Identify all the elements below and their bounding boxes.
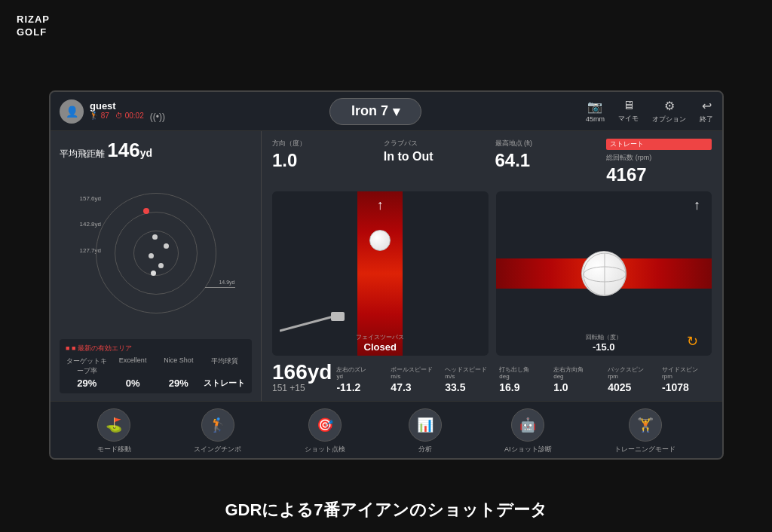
content-area: 平均飛距離 146yd 157.6yd 142.8yd 127.7yd <box>51 131 722 401</box>
ball-lines-svg <box>582 252 627 297</box>
arrow-up-icon: ↑ <box>377 197 384 213</box>
target-area-label: ■ ■ 最新の有効エリア <box>66 344 246 353</box>
avg-distance-label: 平均飛距離 146yd <box>60 139 252 162</box>
main-distance: 166yd 151 +15 <box>272 362 332 393</box>
face-path-value: Closed <box>272 341 489 353</box>
stat-header-0: ターゲットキープ率 <box>66 356 109 376</box>
toolbar-training[interactable]: 🏋 トレーニングモード <box>614 408 676 454</box>
metric-direction: 方向（度） 1.0 <box>272 139 378 171</box>
swing-icon: 🏌 <box>201 408 234 442</box>
club-svg <box>280 304 348 335</box>
stats-values: 29% 0% 29% ストレート <box>66 378 246 389</box>
avatar: 👤 <box>60 99 84 124</box>
toolbar-mode[interactable]: ⛳ モード移動 <box>97 408 131 454</box>
metric-value-spin: 4167 <box>606 164 712 185</box>
stat-val-1: 0% <box>112 378 155 389</box>
main-screen: 👤 guest 🏌 87 ⏱ 00:02 ((•)) Iron 7 ▾ <box>49 90 724 460</box>
club-dropdown-button[interactable]: Iron 7 ▾ <box>329 98 421 125</box>
header-icon-45mm[interactable]: 📷 45mm <box>586 99 605 123</box>
val-sidespin: -1078 <box>662 381 712 393</box>
toolbar-label-ai: AIショット診断 <box>504 445 552 454</box>
dropdown-chevron: ▾ <box>393 103 400 120</box>
metric-value-direction: 1.0 <box>272 150 378 171</box>
club-label: Iron 7 <box>351 103 388 119</box>
training-icon: 🏋 <box>629 408 662 442</box>
toolbar-shot-check[interactable]: 🎯 ショット点検 <box>305 408 345 454</box>
metrics-top: 方向（度） 1.0 クラブパス In to Out 最高地点 (ft) 64.1… <box>272 139 712 185</box>
icon-label-45mm: 45mm <box>586 115 605 123</box>
stats-headers: ターゲットキープ率 Excellent Nice Shot 平均球質 <box>66 356 246 376</box>
username: guest <box>90 100 165 112</box>
analysis-icon: 📊 <box>409 408 442 442</box>
mode-icon: ⛳ <box>97 408 130 442</box>
label-sidespin: サイドスピンrpm <box>662 366 712 381</box>
footer-title: GDRによる7番アイアンのショットデータ <box>0 499 772 521</box>
rotation-axis-label: 回転軸（度） <box>496 333 712 341</box>
rotation-axis-value: -15.0 <box>496 341 712 353</box>
metric-clubpath: クラブパス In to Out <box>384 139 489 164</box>
shot-check-icon: 🎯 <box>308 408 342 442</box>
toolbar-label-training: トレーニングモード <box>614 445 676 454</box>
ai-icon: 🤖 <box>511 408 544 442</box>
metrics-bottom: 166yd 151 +15 左右のズレyd -11.2 ボールスピードm/s 4… <box>272 362 712 393</box>
left-panel: 平均飛距離 146yd 157.6yd 142.8yd 127.7yd <box>51 131 262 401</box>
camera-icon: 📷 <box>587 99 602 114</box>
toolbar-label-mode: モード移動 <box>97 445 131 454</box>
label-ball-speed: ボールスピードm/s <box>391 366 440 381</box>
score-stat: 🏌 87 <box>90 112 109 122</box>
right-panel: 方向（度） 1.0 クラブパス In to Out 最高地点 (ft) 64.1… <box>262 131 722 401</box>
svg-rect-1 <box>331 312 345 321</box>
distance-value: 166yd <box>272 362 332 383</box>
metric-apex: 最高地点 (ft) 64.1 <box>495 139 601 171</box>
metric-launch-angle: 打ち出し角deg 16.9 <box>499 366 549 393</box>
face-path-label: フェイスツーパス <box>272 333 489 341</box>
toolbar-analysis[interactable]: 📊 分析 <box>409 408 442 454</box>
icon-label-exit: 終了 <box>700 115 713 124</box>
toolbar-label-shot-check: ショット点検 <box>305 445 345 454</box>
label-lateral: 左右のズレyd <box>336 366 386 381</box>
arrow-up-right-icon: ↑ <box>694 197 700 213</box>
header-icons: 📷 45mm 🖥 マイモ ⚙ オプション ↩ 終了 <box>586 99 713 124</box>
stat-val-3: ストレート <box>203 378 246 389</box>
toolbar-label-analysis: 分析 <box>418 445 432 454</box>
header-icon-mymo[interactable]: 🖥 マイモ <box>618 99 639 124</box>
club-path-visual: ↑ フェイスツーパス Closed <box>272 191 489 356</box>
toolbar-swing[interactable]: 🏌 スイングチンポ <box>194 408 241 454</box>
face-to-path-area: フェイスツーパス Closed <box>272 333 489 353</box>
user-info: 👤 guest 🏌 87 ⏱ 00:02 ((•)) <box>60 99 165 124</box>
metric-ball-speed: ボールスピードm/s 47.3 <box>391 366 440 393</box>
ball-icon-club <box>369 230 391 251</box>
exit-icon: ↩ <box>702 99 712 113</box>
header-icon-exit[interactable]: ↩ 終了 <box>700 99 713 124</box>
header-icon-options[interactable]: ⚙ オプション <box>652 99 686 124</box>
label-azimuth: 左右方向角deg <box>553 366 603 381</box>
label-launch-angle: 打ち出し角deg <box>499 366 549 381</box>
dist-label-2: 142.8yd <box>80 219 101 231</box>
metric-backspin: バックスピンrpm 4025 <box>608 366 657 393</box>
stat-header-3: 平均球質 <box>203 356 246 376</box>
bottom-toolbar: ⛳ モード移動 🏌 スイングチンポ 🎯 ショット点検 📊 分析 🤖 AIショット… <box>51 401 722 460</box>
val-ball-speed: 47.3 <box>391 381 440 393</box>
ball-spin-visual: ↑ ↻ 回転軸（度） -15.0 <box>496 191 712 356</box>
rotation-axis-area: 回転軸（度） -15.0 <box>496 333 712 353</box>
metric-label-apex: 最高地点 (ft) <box>495 139 601 148</box>
val-launch-angle: 16.9 <box>499 381 549 393</box>
visual-area: ↑ フェイスツーパス Closed <box>272 191 712 356</box>
shot-plot: 157.6yd 142.8yd 127.7yd <box>60 167 252 339</box>
brand-logo: RIZAP GOLF <box>17 14 50 39</box>
brand-line2: GOLF <box>17 26 50 39</box>
metric-value-clubpath: In to Out <box>384 150 489 164</box>
stat-val-0: 29% <box>66 378 109 389</box>
avg-distance-value: 146yd <box>107 139 152 161</box>
metric-value-apex: 64.1 <box>495 150 601 171</box>
val-lateral: -11.2 <box>336 381 386 393</box>
label-backspin: バックスピンrpm <box>608 366 657 381</box>
ball-spin-icon <box>581 251 626 296</box>
stat-header-1: Excellent <box>112 356 155 376</box>
metric-label-spin: 総回転数 (rpm) <box>606 153 712 163</box>
icon-label-mymo: マイモ <box>618 114 639 124</box>
gear-icon: ⚙ <box>664 99 675 113</box>
toolbar-ai[interactable]: 🤖 AIショット診断 <box>504 408 552 454</box>
header-bar: 👤 guest 🏌 87 ⏱ 00:02 ((•)) Iron 7 ▾ <box>51 92 722 131</box>
club-selector: Iron 7 ▾ <box>165 98 586 125</box>
